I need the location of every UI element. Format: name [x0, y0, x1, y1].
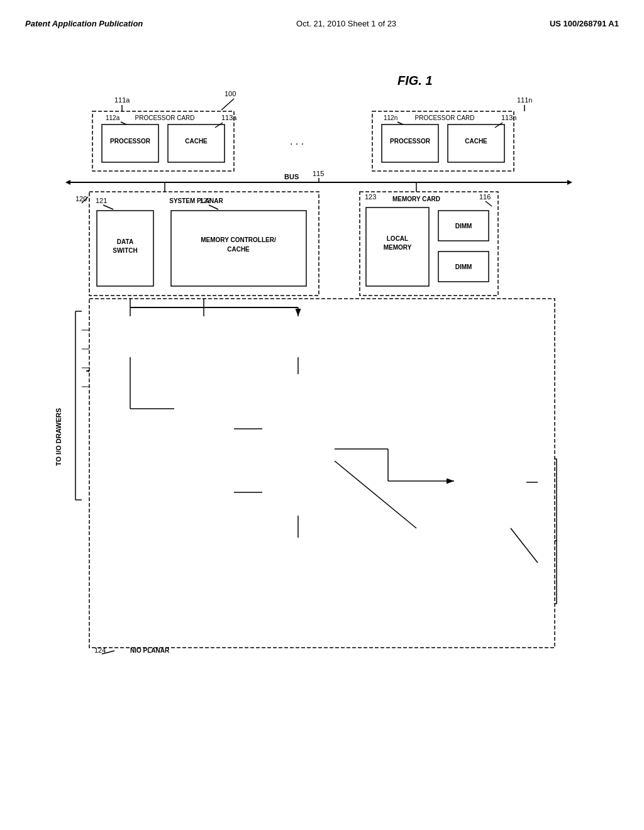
ref-121: 121	[96, 197, 107, 204]
data-switch-label1: DATA	[117, 238, 133, 245]
nio-planar-box	[89, 299, 555, 648]
ref-112a: 112a	[106, 114, 120, 121]
ref-123: 123	[365, 193, 376, 201]
processor-n-label: PROCESSOR	[390, 138, 431, 145]
processor-card-a-label: PROCESSOR CARD	[135, 114, 194, 121]
ref-112n: 112n	[384, 114, 397, 121]
diagram-container: FIG. 1 100 111a 111n PROCESSOR CARD 112a…	[39, 60, 605, 754]
bus-label: BUS	[284, 173, 299, 180]
to-io-drawers-label: TO I/O DRAWERS	[55, 408, 62, 466]
memory-card-label: MEMORY CARD	[392, 196, 440, 202]
ref-124: 124	[94, 646, 106, 654]
ref-100-line	[221, 99, 234, 110]
ref-115: 115	[313, 170, 324, 177]
dimm1-label: DIMM	[455, 223, 472, 230]
ref-116: 116	[479, 193, 491, 201]
ref-120: 120	[75, 195, 87, 202]
patent-diagram-svg: FIG. 1 100 111a 111n PROCESSOR CARD 112a…	[39, 60, 605, 751]
nio-planar-label: NIO PLANAR	[130, 647, 170, 654]
data-switch-label2: SWITCH	[113, 247, 137, 254]
fig-title: FIG. 1	[397, 74, 433, 87]
cache-n-label: CACHE	[465, 138, 487, 145]
ref-113a: 113a	[221, 114, 237, 121]
local-memory-label2: MEMORY	[384, 244, 412, 251]
local-memory-label1: LOCAL	[387, 235, 408, 242]
processor-a-label: PROCESSOR	[110, 138, 151, 145]
header-publication-label: Patent Application Publication	[25, 19, 143, 28]
system-planar-label: SYSTEM PLANAR	[169, 197, 223, 204]
bus-arrow-left	[65, 180, 70, 185]
ellipsis: . . .	[290, 136, 304, 147]
ref-113n: 113n	[501, 114, 516, 121]
cache-a-label: CACHE	[185, 138, 208, 145]
memory-ctrl-label2: CACHE	[227, 246, 250, 253]
ref-111a: 111a	[114, 96, 130, 104]
header: Patent Application Publication Oct. 21, …	[25, 13, 619, 41]
memory-ctrl-label1: MEMORY CONTROLLER/	[201, 236, 276, 243]
processor-card-n-label: PROCESSOR CARD	[414, 114, 474, 121]
ref-100: 100	[225, 90, 236, 97]
page: Patent Application Publication Oct. 21, …	[0, 0, 644, 830]
ref-122: 122	[199, 197, 211, 204]
header-patent-number: US 100/268791 A1	[550, 19, 619, 28]
ref-111n: 111n	[517, 96, 532, 104]
dimm2-label: DIMM	[455, 263, 472, 270]
bus-arrow-right	[567, 180, 572, 185]
header-date-sheet: Oct. 21, 2010 Sheet 1 of 23	[296, 19, 396, 28]
